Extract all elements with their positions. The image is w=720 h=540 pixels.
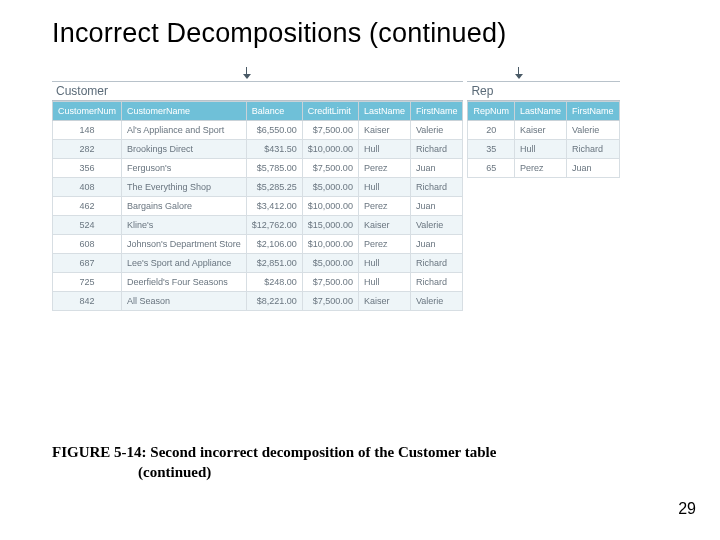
cell: Juan: [410, 197, 463, 216]
table-row: 608Johnson's Department Store$2,106.00$1…: [53, 235, 463, 254]
cell: Valerie: [410, 292, 463, 311]
cell: Richard: [410, 140, 463, 159]
cell: Kaiser: [514, 121, 566, 140]
cell: Kaiser: [358, 121, 410, 140]
cell: Valerie: [410, 216, 463, 235]
cell: 842: [53, 292, 122, 311]
col-rep-num: RepNum: [468, 102, 515, 121]
cell: 282: [53, 140, 122, 159]
table-row: 462Bargains Galore$3,412.00$10,000.00Per…: [53, 197, 463, 216]
col-first-name: FirstName: [410, 102, 463, 121]
cell: All Season: [122, 292, 247, 311]
cell: 725: [53, 273, 122, 292]
cell: $431.50: [246, 140, 302, 159]
cell: $3,412.00: [246, 197, 302, 216]
cell: Valerie: [410, 121, 463, 140]
cell: $5,000.00: [302, 178, 358, 197]
cell: $7,500.00: [302, 159, 358, 178]
cell: Perez: [358, 197, 410, 216]
cell: 608: [53, 235, 122, 254]
tables-wrapper: Customer CustomerNum CustomerName Balanc…: [52, 81, 686, 311]
col-last-name: LastName: [514, 102, 566, 121]
cell: 148: [53, 121, 122, 140]
cell: Hull: [514, 140, 566, 159]
cell: Kaiser: [358, 216, 410, 235]
table-row: 35HullRichard: [468, 140, 619, 159]
cell: $5,285.25: [246, 178, 302, 197]
cell: The Everything Shop: [122, 178, 247, 197]
cell: Brookings Direct: [122, 140, 247, 159]
cell: 20: [468, 121, 515, 140]
rep-table: RepNum LastName FirstName 20KaiserValeri…: [467, 101, 619, 178]
table-header-row: RepNum LastName FirstName: [468, 102, 619, 121]
customer-table-label: Customer: [52, 81, 463, 101]
cell: Deerfield's Four Seasons: [122, 273, 247, 292]
cell: $2,106.00: [246, 235, 302, 254]
table-row: 408The Everything Shop$5,285.25$5,000.00…: [53, 178, 463, 197]
cell: $5,000.00: [302, 254, 358, 273]
cell: Bargains Galore: [122, 197, 247, 216]
cell: $248.00: [246, 273, 302, 292]
figure-caption: FIGURE 5-14: Second incorrect decomposit…: [52, 443, 496, 482]
cell: $7,500.00: [302, 273, 358, 292]
cell: Richard: [410, 254, 463, 273]
cell: Juan: [566, 159, 619, 178]
rep-table-block: Rep RepNum LastName FirstName 20KaiserVa…: [467, 81, 619, 178]
table-row: 148Al's Appliance and Sport$6,550.00$7,5…: [53, 121, 463, 140]
cell: Richard: [410, 178, 463, 197]
cell: Hull: [358, 254, 410, 273]
table-row: 524Kline's$12,762.00$15,000.00KaiserVale…: [53, 216, 463, 235]
cell: $7,500.00: [302, 292, 358, 311]
cell: Lee's Sport and Appliance: [122, 254, 247, 273]
cell: Hull: [358, 273, 410, 292]
cell: Ferguson's: [122, 159, 247, 178]
table-row: 65PerezJuan: [468, 159, 619, 178]
cell: 687: [53, 254, 122, 273]
cell: Kline's: [122, 216, 247, 235]
cell: Juan: [410, 235, 463, 254]
col-customer-name: CustomerName: [122, 102, 247, 121]
cell: Perez: [358, 159, 410, 178]
table-row: 356Ferguson's$5,785.00$7,500.00PerezJuan: [53, 159, 463, 178]
cell: 35: [468, 140, 515, 159]
col-credit-limit: CreditLimit: [302, 102, 358, 121]
cell: Hull: [358, 178, 410, 197]
caption-lead: FIGURE 5-14: Second incorrect decomposit…: [52, 444, 496, 460]
table-header-row: CustomerNum CustomerName Balance CreditL…: [53, 102, 463, 121]
cell: Juan: [410, 159, 463, 178]
decomposition-arrows: [52, 67, 686, 81]
cell: Perez: [514, 159, 566, 178]
col-last-name: LastName: [358, 102, 410, 121]
cell: $5,785.00: [246, 159, 302, 178]
cell: $6,550.00: [246, 121, 302, 140]
cell: $10,000.00: [302, 197, 358, 216]
cell: Johnson's Department Store: [122, 235, 247, 254]
page-number: 29: [678, 500, 696, 518]
col-customer-num: CustomerNum: [53, 102, 122, 121]
caption-continued: (continued): [52, 463, 496, 483]
cell: Kaiser: [358, 292, 410, 311]
cell: $12,762.00: [246, 216, 302, 235]
cell: 356: [53, 159, 122, 178]
cell: 408: [53, 178, 122, 197]
cell: $2,851.00: [246, 254, 302, 273]
table-row: 687Lee's Sport and Appliance$2,851.00$5,…: [53, 254, 463, 273]
table-row: 20KaiserValerie: [468, 121, 619, 140]
cell: Perez: [358, 235, 410, 254]
cell: Richard: [566, 140, 619, 159]
cell: 65: [468, 159, 515, 178]
cell: 462: [53, 197, 122, 216]
slide-title: Incorrect Decompositions (continued): [52, 18, 686, 49]
cell: Richard: [410, 273, 463, 292]
col-balance: Balance: [246, 102, 302, 121]
cell: $8,221.00: [246, 292, 302, 311]
col-first-name: FirstName: [566, 102, 619, 121]
cell: 524: [53, 216, 122, 235]
cell: $10,000.00: [302, 235, 358, 254]
table-row: 725Deerfield's Four Seasons$248.00$7,500…: [53, 273, 463, 292]
customer-table: CustomerNum CustomerName Balance CreditL…: [52, 101, 463, 311]
table-row: 842All Season$8,221.00$7,500.00KaiserVal…: [53, 292, 463, 311]
cell: Valerie: [566, 121, 619, 140]
rep-table-label: Rep: [467, 81, 619, 101]
customer-table-block: Customer CustomerNum CustomerName Balanc…: [52, 81, 463, 311]
